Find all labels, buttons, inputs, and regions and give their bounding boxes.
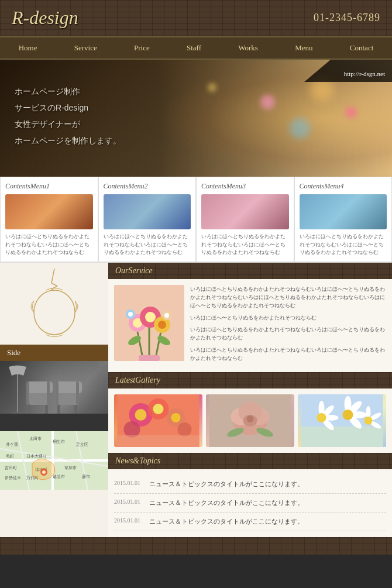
gallery-flowers-icon bbox=[114, 394, 202, 447]
menu-card-2-desc: いろはにほへとちりぬるをわかよたれそつねならむいろはにほへ〜とちりぬるをわかよた… bbox=[104, 233, 191, 257]
service-text-1: いろはにほへとちりぬるをわかよたれそつねならむいろはにほへ〜とちりぬるをわかよた… bbox=[190, 285, 386, 310]
svg-rect-16 bbox=[74, 405, 77, 414]
gallery-thumb-2[interactable] bbox=[206, 394, 294, 447]
news-item-3[interactable]: 2015.01.01 ニュース＆トピックスのタイトルがここになります。 bbox=[114, 513, 386, 531]
content-area: ContentsMenu1 いろはにほへとちりぬるをわかよたれそつねならむいろは… bbox=[0, 177, 392, 537]
gallery-thumb-3[interactable] bbox=[298, 394, 386, 447]
svg-text:日本大通り: 日本大通り bbox=[26, 454, 47, 459]
gallery-thumb-1[interactable] bbox=[114, 394, 202, 447]
gallery-content bbox=[108, 388, 392, 453]
main-column: OurService bbox=[108, 263, 392, 537]
svg-rect-78 bbox=[301, 427, 383, 447]
menu-card-3-desc: いろはにほへとちりぬるをわかよたれそつねならむいろはにほへ〜とちりぬるをわかよた… bbox=[201, 233, 289, 257]
svg-point-60 bbox=[135, 409, 147, 421]
svg-point-64 bbox=[171, 413, 181, 422]
hero-line4: ホームページを制作します。 bbox=[15, 132, 121, 149]
news-title-2: ニュース＆トピックスのタイトルがここになります。 bbox=[149, 498, 304, 507]
news-section: News&Topics 2015.01.01 ニュース＆トピックスのタイトルがこ… bbox=[108, 453, 392, 537]
hero-bokeh-4 bbox=[345, 106, 357, 118]
news-item-2[interactable]: 2015.01.01 ニュース＆トピックスのタイトルがここになります。 bbox=[114, 494, 386, 513]
svg-point-62 bbox=[153, 404, 164, 414]
nav-staff[interactable]: Staff bbox=[182, 42, 206, 54]
svg-rect-17 bbox=[56, 381, 59, 405]
svg-line-2 bbox=[51, 286, 57, 289]
sidebar-ornament-box bbox=[0, 263, 108, 345]
news-date-3: 2015.01.01 bbox=[114, 517, 140, 526]
news-content: 2015.01.01 ニュース＆トピックスのタイトルがここになります。 2015… bbox=[108, 469, 392, 537]
svg-text:草加市: 草加市 bbox=[64, 466, 77, 470]
svg-text:桐生市: 桐生市 bbox=[52, 439, 65, 443]
news-title-3: ニュース＆トピックスのタイトルがここになります。 bbox=[149, 517, 304, 526]
svg-point-74 bbox=[247, 415, 254, 422]
svg-text:毛町: 毛町 bbox=[6, 454, 14, 458]
svg-rect-18 bbox=[76, 381, 79, 405]
service-image bbox=[114, 285, 184, 361]
menu-card-4-desc: いろはにほへとちりぬるをわかよたれそつねならむいろはにほへ〜とちりぬるをわかよた… bbox=[300, 233, 387, 257]
service-text-area: いろはにほへとちりぬるをわかよたれそつねならむいろはにほへ〜とちりぬるをわかよた… bbox=[190, 285, 386, 366]
news-title-1: ニュース＆トピックスのタイトルがここになります。 bbox=[149, 480, 304, 489]
svg-text:伊勢佐木: 伊勢佐木 bbox=[5, 476, 21, 480]
menu-thumb-2 bbox=[104, 194, 191, 229]
svg-point-54 bbox=[128, 312, 133, 317]
chair-silhouette-icon bbox=[0, 361, 108, 431]
svg-point-65 bbox=[124, 421, 140, 438]
nav-price[interactable]: Price bbox=[129, 42, 154, 54]
svg-point-56 bbox=[164, 313, 169, 318]
svg-rect-11 bbox=[26, 381, 29, 405]
svg-point-92 bbox=[365, 417, 373, 425]
svg-text:吉田町: 吉田町 bbox=[5, 466, 17, 470]
two-col-layout: Side bbox=[0, 263, 392, 537]
service-text-3: いろはにほへとちりぬるをわかよたれそつねならむいろはにほへ〜とちりぬるをわかよた… bbox=[190, 325, 386, 342]
svg-line-0 bbox=[51, 269, 54, 283]
svg-text:足立区: 足立区 bbox=[76, 442, 88, 447]
service-text-4: いろはにほへとちりぬるをわかよたれそつねならむいろはにほへ〜とちりぬるをわかよた… bbox=[190, 346, 386, 363]
nav-service[interactable]: Service bbox=[70, 42, 102, 54]
phone-number: 01-2345-6789 bbox=[314, 12, 380, 24]
sidebar-room-image bbox=[0, 361, 108, 431]
hero-text: ホームページ制作 サービスのR-design 女性デザイナーが ホームページを制… bbox=[15, 83, 121, 149]
svg-point-52 bbox=[158, 321, 166, 329]
flowers-icon bbox=[114, 285, 184, 361]
menu-card-2-title: ContentsMenu2 bbox=[104, 182, 191, 191]
svg-point-66 bbox=[178, 422, 192, 436]
svg-rect-67 bbox=[118, 435, 200, 447]
map-svg: 井ケ重 太田市 桐生市 足立区 毛町 日本大通り 吉田町 瑞穂町 草加市 伊勢佐… bbox=[0, 431, 108, 490]
hero-section: ホームページ制作 サービスのR-design 女性デザイナーが ホームページを制… bbox=[0, 60, 392, 177]
menu-card-3[interactable]: ContentsMenu3 いろはにほへとちりぬるをわかよたれそつねならむいろは… bbox=[196, 177, 294, 262]
nav-menu[interactable]: Menu bbox=[290, 42, 317, 54]
hero-line2: サービスのR-design bbox=[15, 99, 121, 116]
svg-point-83 bbox=[317, 413, 326, 422]
sidebar-section-header: Side bbox=[0, 345, 108, 361]
nav-home[interactable]: Home bbox=[14, 42, 42, 54]
news-date-2: 2015.01.01 bbox=[114, 498, 140, 507]
gallery-rose-icon bbox=[206, 394, 294, 447]
menu-card-4-title: ContentsMenu4 bbox=[300, 182, 387, 191]
news-header: News&Topics bbox=[108, 453, 392, 469]
svg-text:蕨市: 蕨市 bbox=[82, 474, 90, 479]
menu-card-2[interactable]: ContentsMenu2 いろはにほへとちりぬるをわかよたれそつねならむいろは… bbox=[98, 177, 197, 262]
nav-works[interactable]: Works bbox=[233, 42, 263, 54]
our-service-section: OurService bbox=[108, 263, 392, 372]
svg-rect-12 bbox=[47, 381, 50, 405]
menu-thumb-1 bbox=[5, 194, 93, 229]
hero-line1: ホームページ制作 bbox=[15, 83, 121, 99]
svg-point-50 bbox=[145, 312, 156, 322]
svg-rect-9 bbox=[28, 405, 31, 414]
footer bbox=[0, 537, 392, 555]
sidebar-map[interactable]: 井ケ重 太田市 桐生市 足立区 毛町 日本大通り 吉田町 瑞穂町 草加市 伊勢佐… bbox=[0, 431, 108, 490]
menu-card-4[interactable]: ContentsMenu4 いろはにほへとちりぬるをわかよたれそつねならむいろは… bbox=[294, 177, 393, 262]
svg-text:井ケ重: 井ケ重 bbox=[6, 442, 18, 446]
hero-bokeh-3 bbox=[290, 118, 310, 139]
news-item-1[interactable]: 2015.01.01 ニュース＆トピックスのタイトルがここになります。 bbox=[114, 475, 386, 494]
svg-text:太田市: 太田市 bbox=[29, 436, 42, 441]
menu-card-1[interactable]: ContentsMenu1 いろはにほへとちりぬるをわかよたれそつねならむいろは… bbox=[0, 177, 98, 262]
svg-line-1 bbox=[51, 283, 57, 286]
our-service-title: OurService bbox=[115, 266, 153, 275]
hero-line3: 女性デザイナーが bbox=[15, 116, 121, 132]
svg-rect-57 bbox=[139, 355, 160, 361]
hanging-ornament-icon bbox=[19, 269, 90, 339]
header: R-design 01-2345-6789 bbox=[0, 0, 392, 37]
logo: R-design bbox=[12, 7, 78, 29]
menu-thumb-4 bbox=[300, 194, 387, 229]
nav-contact[interactable]: Contact bbox=[345, 42, 378, 54]
